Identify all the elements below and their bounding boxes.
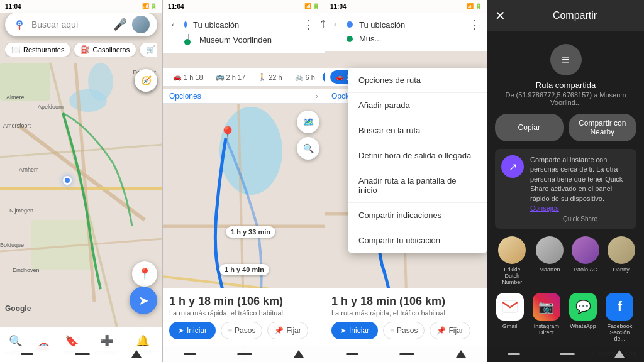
- navigate-fab[interactable]: ➤: [130, 287, 157, 314]
- contact-item-3[interactable]: Paolo AC: [572, 236, 599, 285]
- facebook-symbol: f: [618, 299, 622, 315]
- pill-supermarket[interactable]: 🛒 Superme...: [140, 43, 157, 57]
- tab-car-2[interactable]: 🚗 1 h 18: [323, 70, 325, 84]
- user-avatar[interactable]: [132, 16, 150, 33]
- contact-avatar-1: [498, 236, 526, 264]
- duration-badge-1: 1 h y 33 min: [226, 226, 275, 238]
- quick-share-link[interactable]: Consejos: [530, 204, 559, 212]
- pin-button-3[interactable]: 📌 Fijar: [430, 322, 470, 339]
- share-buttons-row: Copiar Compartir con Nearby: [495, 114, 636, 141]
- pin-button-2[interactable]: 📌 Fijar: [267, 322, 308, 339]
- sys-nav-3: [325, 346, 487, 362]
- tab-bike[interactable]: 🚲 6 h: [290, 70, 320, 84]
- nav-home[interactable]: [75, 353, 90, 355]
- action-buttons-3: ➤ Iniciar ≡ Pasos 📌 Fijar: [331, 322, 480, 339]
- pill-restaurants[interactable]: 🍽️ Restaurantes: [5, 43, 70, 57]
- contact-name-3: Paolo AC: [574, 266, 597, 273]
- nearby-button[interactable]: Compartir con Nearby: [569, 114, 637, 141]
- pin-label-3: Fijar: [448, 326, 463, 335]
- destination-input-3[interactable]: [359, 34, 480, 43]
- contact-item-4[interactable]: Danny: [608, 236, 635, 285]
- contact-item-1[interactable]: Frikkie Dutch Number: [496, 236, 528, 285]
- bike-duration: 6 h: [306, 74, 315, 81]
- nav-home-4[interactable]: [560, 353, 575, 355]
- map-controls-2: 🗺️ 🔍: [297, 111, 319, 160]
- app-item-whatsapp[interactable]: 💬 WhatsApp: [569, 293, 597, 342]
- nav-recent-3[interactable]: [456, 350, 466, 358]
- tab-walk[interactable]: 🚶 22 h: [253, 70, 287, 84]
- search-input-container[interactable]: Buscar aquí 🎤: [5, 13, 157, 36]
- dropdown-item-route-options[interactable]: Opciones de ruta: [348, 68, 487, 93]
- navigate-icon-3: ➤: [340, 326, 347, 335]
- instagram-label: Instagram Direct: [531, 323, 562, 336]
- nav-back-2[interactable]: [184, 353, 196, 355]
- origin-input-3[interactable]: [359, 20, 465, 30]
- close-share-button[interactable]: ✕: [495, 8, 506, 23]
- app-item-gmail[interactable]: Gmail: [496, 293, 524, 342]
- bike-icon: 🚲: [295, 73, 304, 81]
- pin-icon-3: 📌: [436, 326, 446, 335]
- nav-home-2[interactable]: [237, 353, 252, 355]
- origin-input[interactable]: [193, 20, 299, 30]
- search-btn-2[interactable]: 🔍: [297, 137, 319, 160]
- tab-car-1[interactable]: 🚗 1 h 18: [168, 70, 208, 84]
- app-item-instagram[interactable]: 📷 Instagram Direct: [531, 293, 562, 342]
- nav-recent-2[interactable]: [294, 350, 304, 358]
- nav-back-3[interactable]: [346, 353, 358, 355]
- nav-back-4[interactable]: [508, 353, 520, 355]
- dropdown-item-add-stop[interactable]: Añadir parada: [348, 93, 487, 118]
- layers-btn-2[interactable]: 🗺️: [297, 111, 319, 133]
- contact-item-2[interactable]: Maarten: [536, 236, 564, 285]
- share-icon-large: ≡: [550, 44, 582, 75]
- nav-recent-4[interactable]: [614, 350, 625, 358]
- more-options-button[interactable]: ⋮: [303, 18, 314, 31]
- time-3: 11:04: [330, 3, 347, 10]
- facebook-icon: f: [606, 293, 633, 321]
- more-options-button-3[interactable]: ⋮: [469, 18, 480, 31]
- dropdown-item-add-home[interactable]: Añadir ruta a la pantalla de inicio: [348, 168, 487, 203]
- quick-share-label: Quick Share: [530, 216, 630, 222]
- sys-nav-4: [487, 346, 644, 362]
- start-label-2: Iniciar: [187, 326, 207, 335]
- start-button-2[interactable]: ➤ Iniciar: [169, 322, 216, 339]
- location-button[interactable]: 📍: [132, 261, 157, 287]
- options-label-2[interactable]: Opciones: [169, 92, 201, 101]
- copy-button[interactable]: Copiar: [495, 114, 564, 141]
- pill-gas[interactable]: ⛽ Gasolineras: [74, 43, 136, 57]
- mic-icon[interactable]: 🎤: [113, 18, 127, 31]
- svg-point-11: [19, 23, 21, 25]
- status-icons-2: 📶 🔋: [304, 3, 319, 9]
- steps-label-3: Pasos: [397, 326, 418, 335]
- destination-input[interactable]: [199, 35, 318, 45]
- google-maps-icon: [13, 18, 26, 31]
- compass-button[interactable]: 🧭: [135, 69, 157, 92]
- city-label-nijmegen: Nijmegen: [9, 207, 33, 214]
- nav-home-3[interactable]: [399, 353, 414, 355]
- pin-icon: 📌: [274, 326, 284, 335]
- back-button-3[interactable]: ←: [331, 18, 343, 31]
- search-placeholder: Buscar aquí: [31, 19, 113, 30]
- city-label-apeldoorn: Apeldoorn: [38, 104, 64, 110]
- destination-row: [169, 34, 318, 45]
- steps-button-3[interactable]: ≡ Pasos: [383, 322, 425, 339]
- city-label-eindhoven: Eindhoven: [13, 267, 40, 273]
- quick-share-info: Comparte al instante con personas cerca …: [530, 155, 630, 222]
- dropdown-item-search-route[interactable]: Buscar en la ruta: [348, 118, 487, 143]
- dropdown-item-share-location[interactable]: Compartir tu ubicación: [348, 228, 487, 253]
- facebook-label: Facebook Sección de...: [604, 323, 635, 342]
- dropdown-menu: Opciones de ruta Añadir parada Buscar en…: [348, 68, 487, 253]
- back-button[interactable]: ←: [169, 18, 180, 31]
- restaurant-icon: 🍽️: [11, 45, 21, 54]
- route-time-3: 1 h y 18 min (106 km): [331, 295, 480, 308]
- nav-back[interactable]: [21, 353, 33, 355]
- app-item-facebook[interactable]: f Facebook Sección de...: [604, 293, 635, 342]
- nav-recent[interactable]: [131, 350, 142, 358]
- dropdown-item-set-time[interactable]: Definir hora de salida o llegada: [348, 143, 487, 168]
- tab-transit[interactable]: 🚌 2 h 17: [211, 70, 251, 84]
- dropdown-item-share-directions[interactable]: Compartir indicaciones: [348, 203, 487, 228]
- swap-button[interactable]: ⇅: [320, 18, 325, 31]
- steps-button-2[interactable]: ≡ Pasos: [221, 322, 262, 339]
- route-desc-3: La ruta más rápida, el tráfico habitual: [331, 309, 480, 317]
- start-button-3[interactable]: ➤ Iniciar: [331, 322, 378, 339]
- quick-share-symbol: ↗: [509, 161, 517, 173]
